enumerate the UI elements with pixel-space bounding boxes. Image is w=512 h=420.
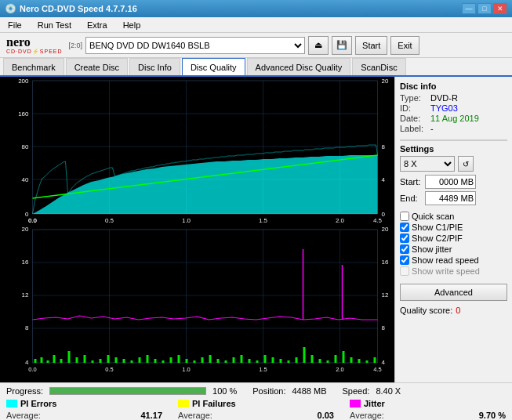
- app-title: Nero CD-DVD Speed 4.7.7.16: [20, 4, 137, 13]
- progress-value: 100 %: [212, 386, 237, 396]
- start-input[interactable]: [425, 175, 476, 189]
- svg-rect-77: [303, 347, 306, 363]
- svg-rect-42: [34, 359, 37, 363]
- show-read-speed-checkbox[interactable]: [400, 255, 409, 265]
- tab-disc-info[interactable]: Disc Info: [129, 58, 180, 75]
- svg-rect-58: [154, 359, 157, 363]
- settings-section: Settings 8 X 4 X 16 X ↺ Start: End:: [400, 144, 507, 205]
- show-c1pie-checkbox[interactable]: [400, 223, 409, 232]
- svg-text:0.5: 0.5: [105, 366, 113, 373]
- svg-rect-54: [123, 359, 125, 363]
- position-label: Position:: [252, 386, 285, 396]
- svg-rect-85: [366, 360, 369, 363]
- exit-button[interactable]: Exit: [390, 36, 419, 55]
- svg-rect-62: [186, 359, 188, 363]
- tab-scan-disc[interactable]: ScanDisc: [352, 58, 405, 75]
- end-input[interactable]: [425, 191, 476, 205]
- chart-area: 200 160 80 40 0 20 8 4 0 0.0 0.5 1.0 1.5…: [0, 77, 394, 382]
- menu-run-test[interactable]: Run Test: [33, 19, 76, 31]
- svg-rect-59: [162, 360, 165, 363]
- svg-rect-47: [68, 351, 71, 363]
- jitter-group: Jitter Average: 9.70 % Maximum: 12.9 % P…: [350, 399, 506, 420]
- id-label: ID:: [400, 103, 427, 113]
- label-label: Label:: [400, 124, 427, 133]
- svg-text:16: 16: [382, 259, 389, 266]
- svg-rect-43: [41, 357, 43, 363]
- toolbar: nero CD·DVD⚡SPEED [2:0] BENQ DVD DD DW16…: [0, 33, 512, 58]
- quick-scan-checkbox[interactable]: [400, 212, 409, 221]
- svg-rect-76: [296, 357, 298, 363]
- svg-text:20: 20: [382, 226, 389, 233]
- jitter-color-box: [350, 400, 361, 407]
- id-value: TYG03: [430, 103, 458, 113]
- speed-value: 8.40 X: [376, 386, 401, 396]
- progress-track: [49, 387, 206, 395]
- jitter-label: Jitter: [364, 399, 385, 408]
- stats-bar: Progress: 100 % Position: 4488 MB Speed:…: [0, 382, 512, 420]
- menu-file[interactable]: File: [3, 19, 27, 31]
- minimize-button[interactable]: —: [462, 3, 476, 14]
- svg-text:4: 4: [382, 359, 386, 366]
- tab-create-disc[interactable]: Create Disc: [66, 58, 128, 75]
- nero-logo: nero CD·DVD⚡SPEED: [3, 36, 66, 54]
- device-select[interactable]: BENQ DVD DD DW1640 BSLB: [85, 37, 305, 54]
- pi-errors-avg-label: Average:: [6, 411, 41, 420]
- date-label: Date:: [400, 114, 427, 123]
- svg-rect-63: [194, 360, 196, 363]
- menu-extra[interactable]: Extra: [82, 19, 112, 31]
- pi-errors-color-box: [6, 400, 17, 407]
- progress-label: Progress:: [6, 386, 43, 396]
- maximize-button[interactable]: □: [478, 3, 492, 14]
- svg-text:12: 12: [22, 291, 29, 299]
- jitter-avg-label: Average:: [350, 411, 384, 420]
- svg-text:2.0: 2.0: [336, 217, 345, 224]
- start-button[interactable]: Start: [355, 36, 387, 55]
- svg-rect-51: [100, 359, 102, 363]
- svg-rect-78: [311, 355, 314, 363]
- eject-button[interactable]: ⏏: [308, 36, 329, 55]
- svg-text:0.5: 0.5: [105, 217, 114, 224]
- jitter-avg-value: 9.70 %: [479, 411, 506, 420]
- disc-info-section: Disc info Type: DVD-R ID: TYG03 Date: 11…: [400, 81, 507, 133]
- close-button[interactable]: ✕: [493, 3, 507, 14]
- svg-rect-55: [131, 360, 133, 363]
- quick-scan-label: Quick scan: [412, 212, 454, 221]
- svg-text:8: 8: [382, 324, 386, 331]
- show-c2pif-checkbox[interactable]: [400, 234, 409, 243]
- svg-text:8: 8: [382, 143, 386, 150]
- svg-text:40: 40: [22, 176, 29, 183]
- svg-rect-83: [350, 357, 353, 363]
- svg-rect-86: [374, 357, 376, 363]
- speed-label: Speed:: [343, 386, 370, 396]
- refresh-button[interactable]: ↺: [458, 156, 474, 172]
- svg-rect-46: [60, 359, 63, 363]
- svg-text:16: 16: [22, 259, 29, 266]
- svg-rect-73: [272, 357, 274, 363]
- tabs: Benchmark Create Disc Disc Info Disc Qua…: [0, 58, 512, 77]
- start-label: Start:: [400, 177, 422, 186]
- svg-rect-82: [343, 351, 345, 363]
- svg-rect-61: [178, 355, 180, 363]
- svg-rect-66: [217, 359, 220, 363]
- show-c1pie-label: Show C1/PIE: [412, 223, 463, 232]
- show-jitter-checkbox[interactable]: [400, 244, 409, 254]
- save-button[interactable]: 💾: [332, 36, 352, 55]
- speed-select[interactable]: 8 X 4 X 16 X: [400, 156, 455, 172]
- svg-rect-71: [256, 360, 259, 363]
- tab-benchmark[interactable]: Benchmark: [3, 58, 64, 75]
- svg-text:1.5: 1.5: [259, 366, 267, 373]
- svg-text:200: 200: [18, 78, 29, 85]
- tab-advanced-disc-quality[interactable]: Advanced Disc Quality: [247, 58, 351, 75]
- svg-rect-56: [139, 357, 141, 363]
- pi-failures-avg-label: Average:: [178, 411, 212, 420]
- advanced-button[interactable]: Advanced: [400, 284, 507, 301]
- menu-help[interactable]: Help: [118, 19, 146, 31]
- svg-text:20: 20: [382, 78, 389, 85]
- svg-rect-44: [47, 360, 49, 363]
- svg-rect-79: [319, 359, 321, 363]
- type-label: Type:: [400, 93, 427, 103]
- svg-rect-50: [92, 360, 94, 363]
- tab-disc-quality[interactable]: Disc Quality: [182, 58, 245, 75]
- svg-rect-75: [288, 360, 290, 363]
- progress-fill: [50, 388, 205, 394]
